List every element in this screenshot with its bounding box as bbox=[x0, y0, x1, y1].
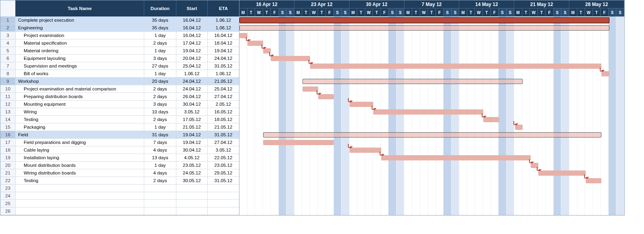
table-row[interactable]: 6Equipment layouting3 days20.04.1224.04.… bbox=[0, 55, 239, 62]
start-cell[interactable]: 16.04.12 bbox=[176, 24, 208, 31]
task-name-cell[interactable]: Wiring distribution boards bbox=[16, 169, 144, 177]
table-row[interactable]: 4Material specification2 days17.04.1218.… bbox=[0, 39, 239, 47]
eta-cell[interactable]: 1.06.12 bbox=[208, 70, 239, 77]
eta-cell[interactable]: 25.04.12 bbox=[208, 85, 239, 92]
eta-cell[interactable]: 16.04.12 bbox=[208, 32, 239, 39]
table-row[interactable]: 20Mount distribution boards1 day23.05.12… bbox=[0, 162, 239, 169]
table-row[interactable]: 21Wiring distribution boards4 days24.05.… bbox=[0, 169, 239, 177]
summary-bar[interactable] bbox=[239, 17, 609, 23]
start-cell[interactable]: 4.05.12 bbox=[176, 154, 208, 161]
duration-cell[interactable]: 4 days bbox=[144, 169, 176, 177]
start-cell[interactable]: 21.05.12 bbox=[176, 123, 208, 131]
start-cell[interactable]: 26.04.12 bbox=[176, 93, 208, 100]
header-start[interactable]: Start bbox=[176, 0, 208, 16]
table-row[interactable]: 18Cable laying4 days30.04.123.05.12 bbox=[0, 146, 239, 154]
table-row[interactable]: 12Mounting equipment3 days30.04.122.05.1… bbox=[0, 101, 239, 108]
task-name-cell[interactable]: Wiring bbox=[16, 108, 144, 115]
start-cell[interactable]: 30.04.12 bbox=[176, 146, 208, 154]
task-name-cell[interactable]: Complete project execution bbox=[16, 16, 144, 24]
start-cell[interactable] bbox=[176, 207, 208, 215]
task-name-cell[interactable]: Mount distribution boards bbox=[16, 162, 144, 169]
duration-cell[interactable]: 31 days bbox=[144, 131, 176, 138]
duration-cell[interactable]: 1 day bbox=[144, 123, 176, 131]
eta-cell[interactable]: 31.05.12 bbox=[208, 177, 239, 184]
eta-cell[interactable]: 16.05.12 bbox=[208, 108, 239, 115]
eta-cell[interactable]: 31.05.12 bbox=[208, 62, 239, 70]
table-row[interactable]: 9Workshop20 days24.04.1221.05.12 bbox=[0, 78, 239, 85]
eta-cell[interactable]: 2.05.12 bbox=[208, 101, 239, 108]
table-row[interactable]: 16Field31 days19.04.1231.05.12 bbox=[0, 131, 239, 139]
duration-cell[interactable]: 35 days bbox=[144, 24, 176, 31]
task-bar[interactable] bbox=[538, 170, 586, 176]
task-name-cell[interactable] bbox=[16, 185, 144, 192]
eta-cell[interactable]: 1.06.12 bbox=[208, 24, 239, 31]
duration-cell[interactable]: 2 days bbox=[144, 93, 176, 100]
task-name-cell[interactable]: Workshop bbox=[16, 78, 144, 85]
task-name-cell[interactable]: Testing bbox=[16, 116, 144, 123]
task-bar[interactable] bbox=[350, 102, 373, 107]
summary-bar[interactable] bbox=[263, 132, 601, 138]
duration-cell[interactable] bbox=[144, 192, 176, 199]
task-bar[interactable] bbox=[373, 109, 483, 115]
task-name-cell[interactable]: Material ordering bbox=[16, 47, 144, 54]
task-name-cell[interactable]: Supervision and meetings bbox=[16, 62, 144, 70]
table-row[interactable]: 5Material ordering1 day19.04.1219.04.12 bbox=[0, 47, 239, 55]
table-row[interactable]: 25 bbox=[0, 200, 239, 207]
start-cell[interactable] bbox=[176, 200, 208, 207]
start-cell[interactable]: 30.04.12 bbox=[176, 101, 208, 108]
duration-cell[interactable]: 1 day bbox=[144, 70, 176, 77]
task-name-cell[interactable]: Packaging bbox=[16, 123, 144, 131]
eta-cell[interactable]: 23.05.12 bbox=[208, 162, 239, 169]
start-cell[interactable]: 25.04.12 bbox=[176, 62, 208, 70]
eta-cell[interactable]: 1.06.12 bbox=[208, 16, 239, 24]
table-row[interactable]: 3Project examination1 day16.04.1216.04.1… bbox=[0, 32, 239, 39]
summary-bar[interactable] bbox=[303, 79, 523, 84]
duration-cell[interactable]: 13 days bbox=[144, 154, 176, 161]
table-row[interactable]: 1Complete project execution35 days16.04.… bbox=[0, 16, 239, 24]
eta-cell[interactable]: 18.05.12 bbox=[208, 116, 239, 123]
task-name-cell[interactable] bbox=[16, 207, 144, 215]
duration-cell[interactable]: 27 days bbox=[144, 62, 176, 70]
task-name-cell[interactable]: Equipment layouting bbox=[16, 55, 144, 62]
start-cell[interactable]: 19.04.12 bbox=[176, 139, 208, 146]
start-cell[interactable]: 19.04.12 bbox=[176, 47, 208, 54]
table-row[interactable]: 10Project examination and material compa… bbox=[0, 85, 239, 93]
task-name-cell[interactable]: Testing bbox=[16, 177, 144, 184]
duration-cell[interactable]: 2 days bbox=[144, 116, 176, 123]
eta-cell[interactable]: 3.05.12 bbox=[208, 146, 239, 154]
eta-cell[interactable] bbox=[208, 192, 239, 199]
duration-cell[interactable]: 4 days bbox=[144, 146, 176, 154]
table-row[interactable]: 22Testing2 days30.05.1231.05.12 bbox=[0, 177, 239, 185]
task-name-cell[interactable]: Material specification bbox=[16, 39, 144, 47]
duration-cell[interactable]: 1 day bbox=[144, 162, 176, 169]
duration-cell[interactable]: 2 days bbox=[144, 177, 176, 184]
start-cell[interactable]: 20.04.12 bbox=[176, 55, 208, 62]
task-name-cell[interactable]: Engineering bbox=[16, 24, 144, 31]
task-name-cell[interactable] bbox=[16, 200, 144, 207]
eta-cell[interactable]: 21.05.12 bbox=[208, 78, 239, 85]
task-name-cell[interactable]: Installation laying bbox=[16, 154, 144, 161]
duration-cell[interactable]: 35 days bbox=[144, 16, 176, 24]
start-cell[interactable]: 17.05.12 bbox=[176, 116, 208, 123]
duration-cell[interactable]: 2 days bbox=[144, 85, 176, 92]
duration-cell[interactable] bbox=[144, 200, 176, 207]
task-name-cell[interactable]: Field bbox=[16, 131, 144, 138]
duration-cell[interactable]: 3 days bbox=[144, 101, 176, 108]
task-bar[interactable] bbox=[303, 86, 318, 92]
start-cell[interactable]: 16.04.12 bbox=[176, 16, 208, 24]
task-bar[interactable] bbox=[263, 140, 334, 145]
duration-cell[interactable]: 1 day bbox=[144, 32, 176, 39]
start-cell[interactable] bbox=[176, 185, 208, 192]
duration-cell[interactable]: 20 days bbox=[144, 78, 176, 85]
header-eta[interactable]: ETA bbox=[208, 0, 239, 16]
table-row[interactable]: 15Packaging1 day21.05.1221.05.12 bbox=[0, 123, 239, 131]
table-row[interactable]: 23 bbox=[0, 185, 239, 192]
start-cell[interactable]: 24.04.12 bbox=[176, 85, 208, 92]
eta-cell[interactable]: 21.05.12 bbox=[208, 123, 239, 131]
table-row[interactable]: 7Supervision and meetings27 days25.04.12… bbox=[0, 62, 239, 70]
task-name-cell[interactable] bbox=[16, 192, 144, 199]
start-cell[interactable]: 24.05.12 bbox=[176, 169, 208, 177]
duration-cell[interactable] bbox=[144, 185, 176, 192]
eta-cell[interactable]: 19.04.12 bbox=[208, 47, 239, 54]
task-bar[interactable] bbox=[271, 56, 310, 61]
